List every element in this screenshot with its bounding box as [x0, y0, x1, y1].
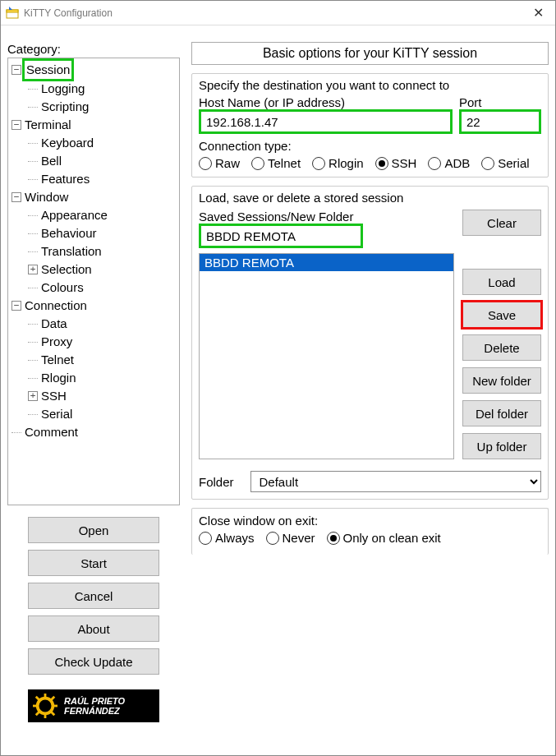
- up-folder-button[interactable]: Up folder: [462, 433, 541, 459]
- tree-item[interactable]: Scripting: [8, 98, 179, 116]
- tree-item[interactable]: Comment: [8, 423, 179, 441]
- svg-line-9: [52, 697, 55, 700]
- tree-item-label: Features: [41, 170, 90, 188]
- close-icon[interactable]: ✕: [526, 3, 550, 22]
- radio-icon: [375, 157, 388, 170]
- tree-item-label: Window: [25, 188, 68, 206]
- radio-icon: [481, 157, 494, 170]
- tree-item-label: Behaviour: [41, 224, 97, 242]
- load-button[interactable]: Load: [462, 269, 541, 295]
- connection-type-option[interactable]: Rlogin: [312, 156, 364, 170]
- tree-item-label: Telnet: [41, 351, 74, 369]
- tree-item-label: Keyboard: [41, 134, 94, 152]
- collapse-icon[interactable]: −: [11, 65, 21, 75]
- radio-icon: [199, 532, 212, 545]
- radio-icon: [266, 532, 279, 545]
- tree-item[interactable]: Data: [8, 315, 179, 333]
- radio-label: Raw: [215, 156, 240, 170]
- del-folder-button[interactable]: Del folder: [462, 400, 541, 426]
- tree-item[interactable]: Serial: [8, 405, 179, 423]
- tree-item[interactable]: Colours: [8, 279, 179, 297]
- tree-item[interactable]: −Window: [8, 188, 179, 206]
- save-button[interactable]: Save: [462, 302, 541, 328]
- tree-item[interactable]: Keyboard: [8, 134, 179, 152]
- about-button[interactable]: About: [28, 615, 159, 642]
- radio-icon: [199, 157, 212, 170]
- new-folder-button[interactable]: New folder: [462, 367, 541, 394]
- tree-item[interactable]: Proxy: [8, 333, 179, 351]
- tree-item-label: Logging: [41, 80, 85, 98]
- window-title: KiTTY Configuration: [24, 7, 526, 19]
- tree-item-label: Comment: [25, 423, 78, 441]
- logo-line1: RAÚL PRIETO: [64, 696, 125, 706]
- connection-type-option[interactable]: Serial: [481, 156, 529, 170]
- sessions-listbox[interactable]: BBDD REMOTA: [199, 253, 454, 459]
- host-input[interactable]: [199, 109, 453, 134]
- session-list-item[interactable]: BBDD REMOTA: [200, 254, 453, 271]
- session-name-input[interactable]: [199, 224, 363, 248]
- expand-icon[interactable]: +: [28, 391, 38, 401]
- tree-item[interactable]: +Selection: [8, 260, 179, 279]
- tree-item[interactable]: Telnet: [8, 351, 179, 369]
- tree-item-label: Serial: [41, 405, 72, 423]
- tree-item-label: Scripting: [41, 98, 89, 116]
- radio-label: ADB: [444, 156, 470, 170]
- collapse-icon[interactable]: −: [11, 120, 21, 130]
- app-icon: [6, 7, 19, 20]
- sessions-group-title: Load, save or delete a stored session: [199, 191, 541, 205]
- tree-item[interactable]: Logging: [8, 80, 179, 98]
- connection-type-option[interactable]: Telnet: [251, 156, 301, 170]
- tree-item-label: Connection: [25, 297, 87, 315]
- close-on-exit-option[interactable]: Always: [199, 531, 255, 545]
- host-label: Host Name (or IP address): [199, 95, 453, 109]
- port-label: Port: [459, 95, 541, 109]
- tree-item-label: Appearance: [41, 206, 108, 224]
- connection-type-radios: RawTelnetRloginSSHADBSerial: [199, 156, 541, 170]
- collapse-icon[interactable]: −: [11, 301, 21, 311]
- tree-item[interactable]: −Session: [8, 60, 179, 80]
- sessions-group: Load, save or delete a stored session Sa…: [191, 186, 549, 500]
- expand-icon[interactable]: +: [28, 265, 38, 274]
- cancel-button[interactable]: Cancel: [28, 583, 159, 609]
- radio-label: Serial: [498, 156, 529, 170]
- close-on-exit-option[interactable]: Only on clean exit: [327, 531, 441, 545]
- category-tree[interactable]: −SessionLoggingScripting−TerminalKeyboar…: [7, 58, 180, 505]
- tree-item-label: Data: [41, 315, 67, 333]
- tree-item[interactable]: Behaviour: [8, 224, 179, 242]
- radio-label: Never: [283, 531, 315, 545]
- tree-item[interactable]: +SSH: [8, 387, 179, 405]
- clear-button[interactable]: Clear: [462, 210, 541, 236]
- saved-sessions-label: Saved Sessions/New Folder: [199, 210, 454, 224]
- destination-group-title: Specify the destination you want to conn…: [199, 78, 541, 92]
- svg-rect-1: [7, 10, 18, 12]
- tree-item[interactable]: Rlogin: [8, 369, 179, 387]
- close-on-exit-group: Close window on exit: AlwaysNeverOnly on…: [191, 508, 549, 555]
- close-on-exit-option[interactable]: Never: [266, 531, 315, 545]
- close-on-exit-label: Close window on exit:: [199, 514, 541, 528]
- tree-item[interactable]: Translation: [8, 242, 179, 260]
- tree-item-label: Selection: [41, 260, 92, 279]
- connection-type-option[interactable]: SSH: [375, 156, 417, 170]
- connection-type-option[interactable]: Raw: [199, 156, 240, 170]
- check-update-button[interactable]: Check Update: [28, 648, 159, 675]
- category-label: Category:: [7, 42, 180, 56]
- open-button[interactable]: Open: [28, 517, 159, 543]
- collapse-icon[interactable]: −: [11, 192, 21, 202]
- radio-label: SSH: [392, 156, 417, 170]
- connection-type-option[interactable]: ADB: [428, 156, 470, 170]
- tree-item[interactable]: Bell: [8, 152, 179, 170]
- tree-item-label: Terminal: [25, 116, 71, 134]
- tree-item[interactable]: Features: [8, 170, 179, 188]
- tree-item-label: Proxy: [41, 333, 72, 351]
- tree-item[interactable]: Appearance: [8, 206, 179, 224]
- start-button[interactable]: Start: [28, 550, 159, 576]
- folder-select[interactable]: Default: [250, 471, 541, 492]
- tree-item[interactable]: −Connection: [8, 297, 179, 315]
- tree-item-label: Colours: [41, 279, 84, 297]
- destination-group: Specify the destination you want to conn…: [191, 73, 549, 177]
- delete-button[interactable]: Delete: [462, 334, 541, 361]
- tree-item[interactable]: −Terminal: [8, 116, 179, 134]
- folder-label: Folder: [199, 475, 234, 489]
- port-input[interactable]: [459, 109, 541, 134]
- radio-label: Only on clean exit: [343, 531, 441, 545]
